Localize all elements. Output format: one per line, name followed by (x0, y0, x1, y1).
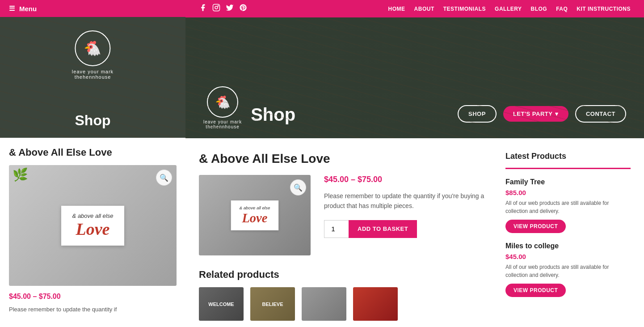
left-logo-name: thehennhouse (72, 74, 114, 80)
nav-about[interactable]: ABOUT (414, 6, 434, 12)
view-product-btn-2[interactable]: VIEW PRODUCT (505, 284, 566, 297)
product-detail: & Above All Else Love & above all else L… (199, 152, 492, 321)
left-product-title: & Above All Else Love (9, 147, 177, 158)
right-hero: 🐔 leave your mark thehennhouse Shop SHOP… (185, 17, 644, 138)
instagram-icon[interactable] (212, 4, 220, 14)
sidebar: Latest Products Family Tree $85.00 All o… (505, 152, 631, 321)
detail-sign-line2: Love (240, 210, 270, 225)
svg-rect-0 (213, 4, 220, 11)
left-logo: 🐔 leave your mark thehennhouse (72, 30, 114, 80)
sidebar-product-family-tree: Family Tree $85.00 All of our web produc… (505, 178, 631, 233)
sidebar-product-name-1[interactable]: Family Tree (505, 178, 631, 186)
top-navigation: HOME ABOUT TESTIMONIALS GALLERY BLOG FAQ… (388, 6, 631, 12)
sidebar-product-miles: Miles to college $45.00 All of our web p… (505, 242, 631, 297)
sidebar-product-price-1: $85.00 (505, 189, 631, 196)
facebook-icon[interactable] (199, 4, 207, 14)
nav-kit-instructions[interactable]: KIT INSTRUCTIONS (577, 6, 631, 12)
twitter-icon[interactable] (226, 4, 234, 14)
sidebar-product-price-2: $45.00 (505, 253, 631, 260)
hen-icon: 🐔 (84, 40, 101, 57)
right-main: & Above All Else Love & above all else L… (185, 138, 644, 327)
left-logo-circle: 🐔 (75, 30, 110, 66)
svg-point-1 (215, 6, 218, 9)
detail-price: $45.00 – $75.00 (324, 175, 492, 184)
detail-description: Please remember to update the quantity i… (324, 191, 492, 211)
right-panel: HOME ABOUT TESTIMONIALS GALLERY BLOG FAQ… (185, 0, 644, 327)
sidebar-product-desc-1: All of our web products are still availa… (505, 199, 631, 215)
related-title: Related products (199, 269, 492, 280)
sidebar-divider-1 (505, 168, 631, 169)
left-hero: 🐔 leave your mark thehennhouse Shop (0, 17, 185, 138)
left-product-sign: & above all else Love (61, 206, 125, 246)
related-item-believe[interactable]: BELIEVE (250, 287, 295, 321)
sidebar-product-name-2[interactable]: Miles to college (505, 242, 631, 250)
view-product-btn-1[interactable]: VIEW PRODUCT (505, 220, 566, 233)
plant-decoration: 🌿 (13, 167, 28, 182)
add-to-basket-button[interactable]: ADD TO BASKET (349, 220, 417, 238)
related-item-3[interactable] (302, 287, 346, 321)
related-grid: WELCOME BELIEVE (199, 287, 492, 321)
nav-gallery[interactable]: GALLERY (495, 6, 522, 12)
svg-point-2 (218, 5, 219, 6)
detail-product-sign: & above all else Love (231, 200, 278, 230)
left-product-image-wrap: 🌿 & above all else Love 🔍 (9, 165, 177, 286)
social-icons (199, 4, 247, 14)
detail-sign-line1: & above all else (240, 205, 270, 210)
detail-search-icon[interactable]: 🔍 (290, 179, 306, 195)
quantity-input[interactable] (324, 220, 349, 238)
nav-testimonials[interactable]: TESTIMONIALS (443, 6, 486, 12)
left-hero-title: Shop (75, 112, 111, 129)
left-content: & Above All Else Love 🌿 & above all else… (0, 138, 185, 327)
product-detail-body: & above all else Love 🔍 $45.00 – $75.00 … (199, 175, 492, 255)
related-item-welcome[interactable]: WELCOME (199, 287, 244, 321)
left-logo-tagline: leave your mark (72, 69, 114, 74)
related-item-4[interactable] (353, 287, 398, 321)
sidebar-product-desc-2: All of our web products are still availa… (505, 263, 631, 279)
left-topbar: ☰ Menu (0, 0, 185, 17)
product-detail-image-wrap: & above all else Love 🔍 (199, 175, 311, 255)
left-sign-line1: & above all else (72, 212, 114, 219)
product-detail-info: $45.00 – $75.00 Please remember to updat… (324, 175, 492, 255)
left-desc: Please remember to update the quantity i… (9, 305, 177, 314)
nav-faq[interactable]: FAQ (556, 6, 568, 12)
left-sign-line2: Love (72, 219, 114, 239)
related-products: Related products WELCOME BELIEVE (199, 269, 492, 321)
pinterest-icon[interactable] (239, 4, 247, 14)
nav-blog[interactable]: BLOG (530, 6, 547, 12)
add-to-basket-row: ADD TO BASKET (324, 220, 492, 238)
sidebar-title: Latest Products (505, 152, 631, 161)
nav-home[interactable]: HOME (388, 6, 405, 12)
left-price: $45.00 – $75.00 (9, 293, 177, 301)
left-product-image: 🌿 & above all else Love (9, 165, 177, 286)
hamburger-icon[interactable]: ☰ (9, 4, 15, 13)
left-panel: ☰ Menu 🐔 leave your mark thehennhouse Sh… (0, 0, 185, 327)
menu-label[interactable]: Menu (19, 5, 37, 13)
product-detail-title: & Above All Else Love (199, 152, 492, 166)
left-search-icon[interactable]: 🔍 (156, 170, 172, 186)
right-topbar: HOME ABOUT TESTIMONIALS GALLERY BLOG FAQ… (185, 0, 644, 17)
